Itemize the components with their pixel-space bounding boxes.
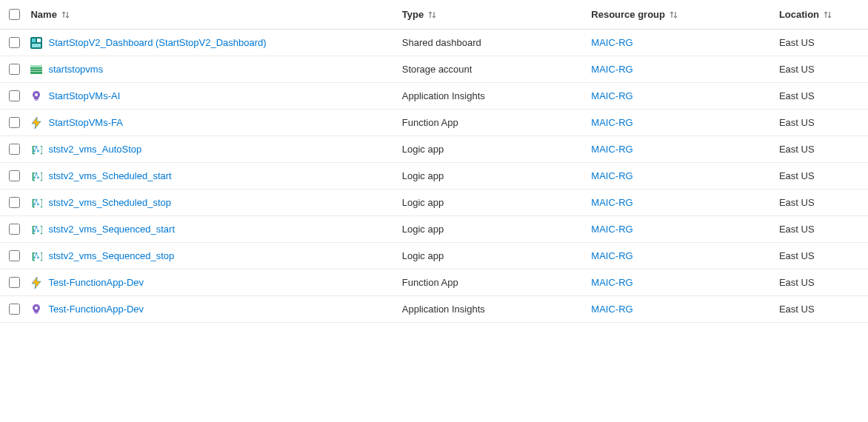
logic-app-icon (30, 250, 42, 262)
logic-app-icon (30, 170, 42, 182)
resource-type: Logic app (402, 144, 444, 155)
storage-account-icon (30, 64, 42, 76)
row-checkbox[interactable] (9, 277, 20, 288)
resource-group-link[interactable]: MAIC-RG (591, 250, 632, 261)
resource-type: Logic app (402, 197, 444, 208)
row-checkbox[interactable] (9, 144, 20, 155)
resource-group-link[interactable]: MAIC-RG (591, 304, 632, 315)
table-row: Test-FunctionApp-DevFunction AppMAIC-RGE… (0, 269, 868, 296)
resource-location: East US (779, 277, 815, 288)
logic-app-icon (30, 224, 42, 235)
resource-location: East US (779, 224, 815, 235)
table-row: ststv2_vms_Sequenced_stopLogic appMAIC-R… (0, 243, 868, 269)
logic-app-icon (30, 197, 42, 209)
row-checkbox[interactable] (9, 37, 20, 48)
resource-location: East US (779, 64, 815, 75)
resource-name-link[interactable]: ststv2_vms_Scheduled_start (48, 170, 171, 181)
row-checkbox[interactable] (9, 197, 20, 208)
table-body: StartStopV2_Dashboard (StartStopV2_Dashb… (0, 30, 868, 323)
sort-updown-icon (428, 11, 436, 19)
resource-location: East US (779, 144, 815, 155)
resource-name-link[interactable]: startstopvms (48, 64, 103, 75)
resource-group-link[interactable]: MAIC-RG (591, 277, 632, 288)
resource-location: East US (779, 197, 815, 208)
resource-type: Application Insights (402, 90, 485, 101)
table-row: startstopvmsStorage accountMAIC-RGEast U… (0, 56, 868, 83)
table-row: ststv2_vms_AutoStopLogic appMAIC-RGEast … (0, 136, 868, 163)
sort-updown-icon (824, 11, 832, 19)
resource-group-link[interactable]: MAIC-RG (591, 37, 632, 48)
table-row: ststv2_vms_Scheduled_startLogic appMAIC-… (0, 163, 868, 190)
resource-location: East US (779, 90, 815, 101)
table-row: StartStopVMs-AIApplication InsightsMAIC-… (0, 83, 868, 110)
resource-name-link[interactable]: Test-FunctionApp-Dev (48, 304, 144, 315)
resource-type: Logic app (402, 250, 444, 261)
application-insights-icon (30, 90, 42, 102)
resource-group-link[interactable]: MAIC-RG (591, 90, 632, 101)
resource-group-link[interactable]: MAIC-RG (591, 144, 632, 155)
resources-table: Name Type Resource group Location StartS… (0, 0, 868, 323)
function-app-icon (30, 277, 42, 289)
column-header-resource-group[interactable]: Resource group (591, 9, 678, 20)
logic-app-icon (30, 144, 42, 155)
table-header-row: Name Type Resource group Location (0, 0, 868, 30)
resource-location: East US (779, 117, 815, 128)
resource-name-link[interactable]: Test-FunctionApp-Dev (48, 277, 144, 288)
table-row: ststv2_vms_Sequenced_startLogic appMAIC-… (0, 216, 868, 243)
table-row: StartStopVMs-FAFunction AppMAIC-RGEast U… (0, 110, 868, 136)
resource-name-link[interactable]: StartStopV2_Dashboard (StartStopV2_Dashb… (48, 37, 266, 48)
column-header-label: Name (30, 9, 56, 20)
resource-group-link[interactable]: MAIC-RG (591, 197, 632, 208)
resource-type: Shared dashboard (402, 37, 481, 48)
resource-location: East US (779, 250, 815, 261)
resource-type: Function App (402, 117, 458, 128)
resource-type: Application Insights (402, 304, 485, 315)
resource-name-link[interactable]: ststv2_vms_Scheduled_stop (48, 197, 170, 208)
column-header-type[interactable]: Type (402, 9, 436, 20)
sort-updown-icon (670, 11, 678, 19)
resource-name-link[interactable]: StartStopVMs-FA (48, 117, 122, 128)
sort-updown-icon (61, 11, 70, 19)
column-header-label: Type (402, 9, 424, 20)
column-header-location[interactable]: Location (779, 9, 832, 20)
dashboard-icon (30, 37, 42, 49)
resource-type: Logic app (402, 170, 444, 181)
column-header-label: Resource group (591, 9, 665, 20)
resource-name-link[interactable]: ststv2_vms_Sequenced_start (48, 224, 175, 235)
row-checkbox[interactable] (9, 64, 20, 75)
row-checkbox[interactable] (9, 250, 20, 261)
row-checkbox[interactable] (9, 170, 20, 181)
resource-group-link[interactable]: MAIC-RG (591, 64, 632, 75)
row-checkbox[interactable] (9, 90, 20, 101)
column-header-label: Location (779, 9, 819, 20)
resource-group-link[interactable]: MAIC-RG (591, 170, 632, 181)
resource-location: East US (779, 37, 815, 48)
resource-group-link[interactable]: MAIC-RG (591, 117, 632, 128)
resource-name-link[interactable]: StartStopVMs-AI (48, 90, 120, 101)
row-checkbox[interactable] (9, 117, 20, 128)
resource-location: East US (779, 304, 815, 315)
table-row: ststv2_vms_Scheduled_stopLogic appMAIC-R… (0, 190, 868, 216)
resource-name-link[interactable]: ststv2_vms_Sequenced_stop (48, 250, 174, 261)
resource-location: East US (779, 170, 815, 181)
resource-type: Storage account (402, 64, 473, 75)
resource-type: Logic app (402, 224, 444, 235)
resource-name-link[interactable]: ststv2_vms_AutoStop (48, 144, 141, 155)
select-all-checkbox[interactable] (9, 9, 20, 20)
table-row: Test-FunctionApp-DevApplication Insights… (0, 296, 868, 323)
row-checkbox[interactable] (9, 224, 20, 235)
function-app-icon (30, 117, 42, 129)
table-row: StartStopV2_Dashboard (StartStopV2_Dashb… (0, 30, 868, 56)
application-insights-icon (30, 304, 42, 315)
row-checkbox[interactable] (9, 304, 20, 315)
column-header-name[interactable]: Name (30, 9, 69, 20)
resource-type: Function App (402, 277, 458, 288)
resource-group-link[interactable]: MAIC-RG (591, 224, 632, 235)
